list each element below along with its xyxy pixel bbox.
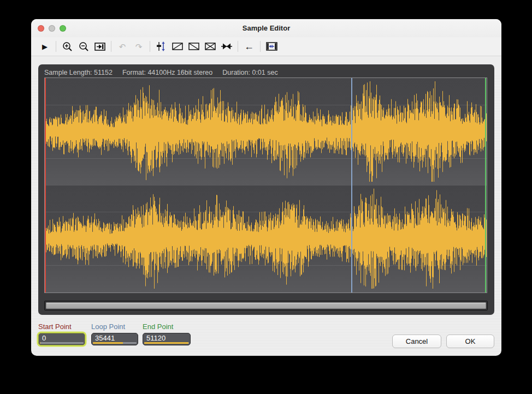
toolbar-separator: [56, 41, 56, 52]
sample-info-bar: Sample Length: 51152 Format: 44100Hz 16b…: [44, 68, 288, 77]
toolbar-separator: [238, 41, 238, 52]
fade-in-button[interactable]: [169, 39, 186, 53]
undo-button[interactable]: ↶: [114, 39, 131, 53]
toolbar-separator: [111, 41, 111, 52]
end-point-field[interactable]: [143, 333, 191, 345]
start-point-value-bar: [40, 342, 84, 344]
gain-button[interactable]: [153, 39, 169, 53]
cancel-button[interactable]: Cancel: [392, 335, 441, 348]
toolbar-separator: [150, 41, 150, 52]
waveform-display[interactable]: [44, 77, 487, 293]
crossfade-icon: [205, 43, 216, 50]
toolbar: ▶: [31, 37, 501, 56]
waveform-canvas[interactable]: [45, 78, 487, 292]
crossfade-button[interactable]: [202, 39, 218, 53]
start-point-field[interactable]: [38, 333, 85, 345]
play-icon: ▶: [42, 43, 48, 51]
duration-text: Duration: 0:01 sec: [222, 69, 277, 76]
scrollbar-thumb[interactable]: [46, 302, 486, 309]
window-title: Sample Editor: [243, 24, 290, 32]
start-point-marker[interactable]: [45, 78, 46, 292]
redo-button[interactable]: ↷: [131, 39, 147, 53]
toolbar-separator: [260, 41, 261, 52]
sample-panel: Sample Length: 51152 Format: 44100Hz 16b…: [38, 64, 494, 315]
minimize-button: [49, 25, 55, 32]
trim-button[interactable]: [263, 39, 280, 53]
start-point-input[interactable]: [39, 333, 85, 343]
end-point-value-bar: [144, 342, 189, 344]
screen-background: Sample Editor ▶: [0, 0, 532, 394]
gain-icon: [156, 41, 166, 51]
ok-button[interactable]: OK: [446, 335, 494, 348]
fade-out-icon: [188, 43, 199, 50]
zoom-in-button[interactable]: [59, 39, 75, 53]
play-button[interactable]: ▶: [37, 39, 53, 53]
end-point-marker[interactable]: [485, 78, 486, 292]
zoom-out-button[interactable]: [75, 39, 92, 53]
end-point-input[interactable]: [143, 333, 190, 343]
zoom-in-icon: [62, 41, 73, 52]
loop-point-field[interactable]: [91, 333, 138, 345]
zoom-fit-icon: [94, 43, 105, 51]
loop-point-marker[interactable]: [351, 78, 352, 292]
back-arrow-icon: ←: [244, 41, 254, 51]
start-point-label: Start Point: [38, 323, 72, 331]
undo-icon: ↶: [119, 43, 126, 51]
close-button[interactable]: [38, 25, 44, 32]
loop-point-label: Loop Point: [91, 323, 125, 331]
back-arrow-button[interactable]: ←: [241, 39, 257, 53]
end-point-label: End Point: [143, 323, 173, 331]
crossfade-loop-icon: [221, 43, 232, 50]
loop-point-input[interactable]: [92, 333, 138, 343]
redo-icon: ↷: [135, 43, 143, 51]
trim-icon: [266, 42, 277, 51]
crossfade-loop-button[interactable]: [218, 39, 235, 53]
zoom-button[interactable]: [60, 25, 66, 32]
sample-editor-window: Sample Editor ▶: [31, 19, 501, 356]
fade-in-icon: [172, 43, 183, 50]
waveform-scrollbar[interactable]: [44, 301, 488, 311]
zoom-out-icon: [79, 41, 89, 52]
titlebar[interactable]: Sample Editor: [31, 19, 501, 37]
format-text: Format: 44100Hz 16bit stereo: [122, 69, 212, 76]
zoom-fit-button[interactable]: [92, 39, 108, 53]
traffic-lights: [38, 19, 66, 37]
loop-point-value-bar: [93, 342, 137, 344]
sample-length-text: Sample Length: 51152: [44, 69, 113, 76]
fade-out-button[interactable]: [186, 39, 202, 53]
